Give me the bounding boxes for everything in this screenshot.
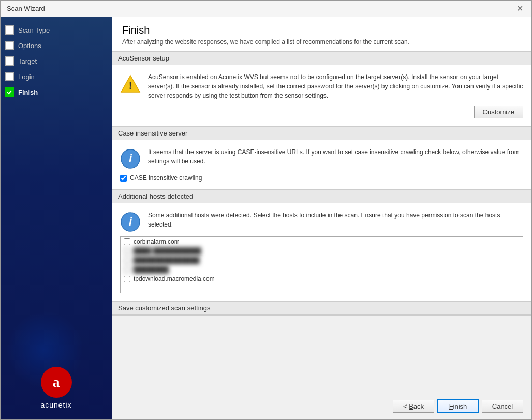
section-case-insensitive: Case insensitive server i It seems that … — [112, 126, 531, 189]
section-header-case-insensitive: Case insensitive server — [112, 126, 531, 140]
sidebar-label-login: Login — [18, 73, 35, 81]
sidebar-item-scan-type[interactable]: Scan Type — [1, 22, 112, 38]
sidebar: Scan Type Options Target Login F — [1, 17, 112, 419]
sidebar-item-finish[interactable]: Finish — [1, 84, 112, 100]
case-insensitive-checkbox-row: CASE insensitive crawling — [120, 174, 523, 182]
additional-hosts-message: Some additional hosts were detected. Sel… — [148, 211, 523, 229]
acunetix-logo: a acunetix — [1, 367, 112, 409]
sidebar-label-target: Target — [18, 57, 37, 65]
section-acusensor: AcuSensor setup ! AcuSensor is enabled o… — [112, 51, 531, 126]
back-button[interactable]: < Back — [393, 400, 434, 413]
window-title: Scan Wizard — [7, 5, 45, 12]
hosts-list[interactable]: corbinalarm.com ████ ███████████ ███████… — [120, 236, 523, 293]
acusensor-message: AcuSensor is enabled on Acunetix WVS but… — [148, 72, 523, 100]
step-icon-login — [5, 72, 14, 81]
section-body-acusensor: ! AcuSensor is enabled on Acunetix WVS b… — [112, 65, 531, 126]
page-title: Finish — [122, 24, 521, 36]
sidebar-label-options: Options — [18, 42, 41, 50]
section-body-case-insensitive: i It seems that the server is using CASE… — [112, 140, 531, 189]
cancel-button[interactable]: Cancel — [482, 400, 523, 413]
host-item-5: tpdownload.macromedia.com — [121, 274, 523, 283]
title-bar: Scan Wizard ✕ — [1, 1, 531, 17]
svg-text:i: i — [129, 215, 132, 228]
finish-underline: F — [449, 402, 453, 410]
footer: < Back Finish Cancel — [112, 393, 531, 419]
main-panel: Finish After analyzing the website respo… — [112, 17, 531, 419]
host-checkbox-5[interactable] — [124, 276, 130, 282]
back-underline: B — [409, 402, 413, 410]
finish-button[interactable]: Finish — [437, 399, 479, 413]
sidebar-item-target[interactable]: Target — [1, 53, 112, 69]
host-label-2: ████ ███████████ — [134, 247, 201, 254]
logo-name: acunetix — [40, 401, 71, 409]
host-item-3: ███████████████ — [121, 256, 523, 265]
close-button[interactable]: ✕ — [514, 5, 525, 13]
step-icon-scan-type — [5, 25, 14, 35]
section-header-save-settings: Save customized scan settings — [112, 301, 531, 315]
info-icon-case: i — [120, 148, 141, 169]
host-label-4: ████████ — [134, 266, 169, 273]
host-label-1: corbinalarm.com — [134, 238, 180, 245]
host-label-3: ███████████████ — [134, 257, 200, 264]
info-icon-hosts: i — [120, 212, 141, 232]
acusensor-info-row: ! AcuSensor is enabled on Acunetix WVS b… — [120, 72, 523, 100]
sidebar-item-options[interactable]: Options — [1, 38, 112, 53]
sidebar-label-scan-type: Scan Type — [18, 26, 50, 34]
section-header-additional-hosts: Additional hosts detected — [112, 189, 531, 203]
customize-row: Customize — [120, 106, 523, 118]
host-checkbox-2[interactable] — [124, 248, 130, 254]
host-checkbox-1[interactable] — [124, 238, 130, 245]
sidebar-label-finish: Finish — [18, 88, 38, 96]
svg-text:!: ! — [129, 80, 132, 91]
host-item-2: ████ ███████████ — [121, 246, 523, 256]
case-insensitive-message: It seems that the server is using CASE-i… — [148, 147, 523, 166]
logo-letter: a — [53, 374, 60, 391]
sidebar-item-login[interactable]: Login — [1, 69, 112, 84]
warning-icon: ! — [120, 73, 141, 94]
customize-button[interactable]: Customize — [474, 106, 523, 118]
section-save-settings: Save customized scan settings — [112, 301, 531, 316]
step-icon-options — [5, 41, 14, 50]
host-label-5: tpdownload.macromedia.com — [134, 275, 215, 282]
main-header: Finish After analyzing the website respo… — [112, 17, 531, 51]
case-insensitive-checkbox[interactable] — [120, 175, 127, 182]
host-checkbox-4[interactable] — [124, 266, 130, 273]
section-additional-hosts: Additional hosts detected i Some additio… — [112, 189, 531, 301]
section-body-additional-hosts: i Some additional hosts were detected. S… — [112, 203, 531, 301]
step-icon-target — [5, 56, 14, 66]
page-subtitle: After analyzing the website responses, w… — [122, 38, 521, 46]
case-insensitive-info-row: i It seems that the server is using CASE… — [120, 147, 523, 169]
logo-circle: a — [41, 367, 72, 398]
case-insensitive-label[interactable]: CASE insensitive crawling — [130, 174, 202, 182]
host-checkbox-3[interactable] — [124, 257, 130, 264]
content-area: Scan Type Options Target Login F — [1, 17, 531, 419]
additional-hosts-info-row: i Some additional hosts were detected. S… — [120, 211, 523, 232]
scan-wizard-window: Scan Wizard ✕ Scan Type Options Target L… — [0, 0, 532, 420]
step-icon-finish — [5, 87, 14, 97]
main-body: AcuSensor setup ! AcuSensor is enabled o… — [112, 51, 531, 393]
section-header-acusensor: AcuSensor setup — [112, 51, 531, 65]
host-item-1: corbinalarm.com — [121, 237, 523, 246]
svg-text:i: i — [129, 152, 132, 165]
host-item-4: ████████ — [121, 265, 523, 274]
